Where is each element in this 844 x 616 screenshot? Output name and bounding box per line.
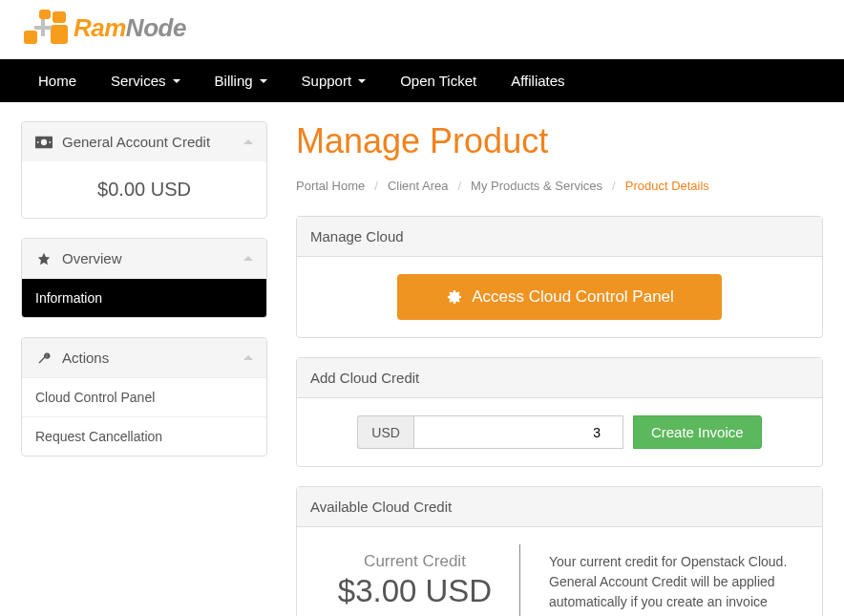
panel-actions: Actions Cloud Control Panel Request Canc… bbox=[21, 337, 267, 457]
breadcrumb-portal-home[interactable]: Portal Home bbox=[296, 179, 365, 193]
money-icon bbox=[35, 136, 53, 149]
currency-label: USD bbox=[357, 415, 413, 449]
card-title: Available Cloud Credit bbox=[297, 487, 822, 527]
chevron-up-icon bbox=[243, 355, 253, 360]
sidebar: General Account Credit $0.00 USD Overvie… bbox=[21, 121, 267, 476]
breadcrumb-my-products[interactable]: My Products & Services bbox=[471, 179, 602, 193]
card-available-cloud-credit: Available Cloud Credit Current Credit $3… bbox=[296, 486, 823, 616]
panel-title: Overview bbox=[62, 250, 122, 266]
header: RamNode bbox=[0, 0, 844, 59]
logo-text: RamNode bbox=[74, 13, 186, 43]
panel-title: General Account Credit bbox=[62, 134, 210, 150]
card-title: Add Cloud Credit bbox=[297, 358, 822, 398]
nav-home[interactable]: Home bbox=[21, 59, 94, 102]
nav-billing[interactable]: Billing bbox=[198, 59, 285, 102]
page-title: Manage Product bbox=[296, 121, 823, 161]
logo-icon bbox=[24, 10, 66, 46]
nav-affiliates[interactable]: Affiliates bbox=[494, 59, 581, 102]
breadcrumb-current: Product Details bbox=[625, 179, 709, 193]
sidebar-item-request-cancellation[interactable]: Request Cancellation bbox=[22, 416, 266, 456]
card-add-cloud-credit: Add Cloud Credit USD Create Invoice bbox=[296, 357, 823, 467]
panel-overview: Overview Information bbox=[21, 238, 267, 318]
sidebar-item-cloud-control-panel[interactable]: Cloud Control Panel bbox=[22, 377, 266, 416]
current-credit-label: Current Credit bbox=[310, 552, 519, 571]
account-credit-amount: $0.00 USD bbox=[35, 179, 253, 201]
svg-point-3 bbox=[49, 141, 51, 143]
svg-marker-4 bbox=[38, 252, 50, 264]
credit-description: Your current credit for Openstack Cloud.… bbox=[549, 544, 809, 616]
card-title: Manage Cloud bbox=[297, 217, 822, 257]
gear-icon bbox=[445, 288, 462, 306]
breadcrumb-separator: / bbox=[457, 179, 461, 193]
card-manage-cloud: Manage Cloud Access Cloud Control Panel bbox=[296, 216, 823, 338]
breadcrumb: Portal Home / Client Area / My Products … bbox=[296, 179, 823, 193]
current-credit-amount: $3.00 USD bbox=[310, 573, 519, 609]
access-cloud-control-panel-button[interactable]: Access Cloud Control Panel bbox=[397, 274, 722, 320]
sidebar-item-information[interactable]: Information bbox=[22, 278, 266, 317]
svg-point-2 bbox=[37, 141, 39, 143]
credit-amount-input[interactable] bbox=[413, 415, 623, 449]
breadcrumb-client-area[interactable]: Client Area bbox=[388, 179, 449, 193]
breadcrumb-separator: / bbox=[612, 179, 616, 193]
panel-title: Actions bbox=[62, 350, 109, 366]
svg-point-1 bbox=[41, 138, 47, 144]
chevron-up-icon bbox=[243, 256, 253, 261]
panel-head-actions[interactable]: Actions bbox=[22, 338, 266, 377]
nav-support[interactable]: Support bbox=[285, 59, 384, 102]
panel-head-overview[interactable]: Overview bbox=[22, 239, 266, 278]
create-invoice-button[interactable]: Create Invoice bbox=[633, 415, 762, 449]
navbar: Home Services Billing Support Open Ticke… bbox=[0, 59, 844, 102]
main-content: Manage Product Portal Home / Client Area… bbox=[296, 121, 823, 616]
star-icon bbox=[35, 252, 53, 266]
nav-open-ticket[interactable]: Open Ticket bbox=[383, 59, 494, 102]
panel-head-account-credit[interactable]: General Account Credit bbox=[22, 122, 266, 161]
chevron-up-icon bbox=[243, 139, 253, 144]
nav-services[interactable]: Services bbox=[94, 59, 198, 102]
logo[interactable]: RamNode bbox=[24, 10, 820, 46]
wrench-icon bbox=[35, 351, 53, 365]
breadcrumb-separator: / bbox=[374, 179, 378, 193]
panel-account-credit: General Account Credit $0.00 USD bbox=[21, 121, 267, 219]
caret-down-icon bbox=[260, 79, 267, 83]
caret-down-icon bbox=[173, 79, 180, 83]
caret-down-icon bbox=[358, 79, 366, 83]
